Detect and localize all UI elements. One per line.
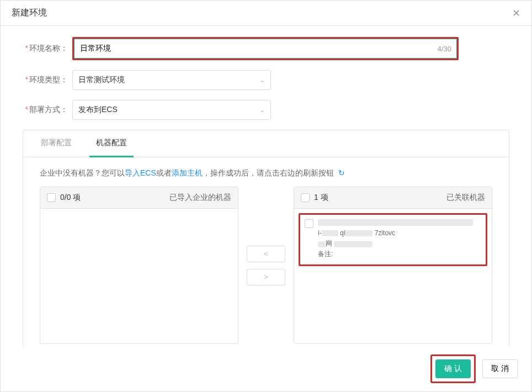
tab-deploy-config[interactable]: 部署配置: [34, 130, 78, 157]
env-type-select[interactable]: 日常测试环境 ⌄: [72, 70, 271, 90]
required-mark: *: [25, 105, 28, 114]
config-tabs: 部署配置 机器配置: [23, 130, 509, 157]
dialog-body: *环境名称： 4/30 *环境类型： 日常测试环境 ⌄ *部署方式： 发布到EC…: [1, 26, 531, 346]
dialog-title: 新建环境: [12, 7, 47, 19]
env-name-label: *环境名称：: [23, 44, 72, 54]
config-section: 部署配置 机器配置 企业中没有机器？您可以导入ECS或者添加主机，操作成功后，请…: [23, 130, 509, 346]
dialog-header: 新建环境 ✕: [1, 1, 531, 26]
redacted-segment: [318, 241, 326, 247]
tab-content-machine: 企业中没有机器？您可以导入ECS或者添加主机，操作成功后，请点击右边的刷新按钮 …: [23, 157, 509, 346]
select-all-right-checkbox[interactable]: [301, 193, 310, 202]
transfer-right-panel: 1 项 已关联机器 i- ql: [294, 187, 492, 344]
chevron-down-icon: ⌄: [259, 106, 265, 114]
env-name-input[interactable]: [74, 39, 457, 59]
char-counter: 4/30: [438, 45, 451, 53]
import-ecs-link[interactable]: 导入ECS: [125, 168, 156, 177]
transfer-left-panel: 0/0 项 已导入企业的机器: [40, 187, 238, 344]
redacted-segment: [334, 241, 373, 247]
redacted-line: [318, 219, 473, 226]
machine-info: i- ql 7zitovc 网 备注:: [318, 219, 481, 260]
machine-id-line: i- ql 7zitovc: [318, 228, 481, 239]
machine-item-highlight[interactable]: i- ql 7zitovc 网 备注:: [299, 213, 487, 266]
transfer-right-count: 1 项: [314, 193, 328, 203]
close-icon[interactable]: ✕: [512, 8, 520, 18]
confirm-button-highlight: 确认: [430, 354, 476, 383]
chevron-right-icon: >: [264, 273, 268, 281]
redacted-segment: [345, 230, 373, 236]
machine-checkbox[interactable]: [305, 219, 313, 228]
transfer-right-header: 1 项 已关联机器: [294, 187, 492, 209]
hint-text: 企业中没有机器？您可以导入ECS或者添加主机，操作成功后，请点击右边的刷新按钮 …: [40, 168, 492, 178]
env-type-label: *环境类型：: [23, 75, 72, 85]
required-mark: *: [25, 75, 28, 84]
move-right-button[interactable]: >: [247, 269, 285, 285]
add-host-link[interactable]: 添加主机: [172, 168, 203, 177]
transfer-left-body: [40, 209, 238, 343]
redacted-segment: [322, 230, 338, 236]
transfer-right-title: 已关联机器: [446, 193, 485, 203]
machine-transfer: 0/0 项 已导入企业的机器 < >: [40, 187, 492, 344]
env-type-row: *环境类型： 日常测试环境 ⌄: [23, 70, 509, 90]
move-left-button[interactable]: <: [247, 246, 285, 262]
deploy-method-row: *部署方式： 发布到ECS ⌄: [23, 100, 509, 120]
deploy-method-select[interactable]: 发布到ECS ⌄: [72, 100, 271, 120]
transfer-left-title: 已导入企业的机器: [169, 193, 231, 203]
transfer-left-count: 0/0 项: [60, 193, 81, 203]
env-type-value: 日常测试环境: [78, 75, 125, 85]
tab-machine-config[interactable]: 机器配置: [89, 130, 134, 157]
cancel-button[interactable]: 取消: [482, 359, 518, 378]
transfer-left-header: 0/0 项 已导入企业的机器: [40, 187, 238, 209]
deploy-method-label: *部署方式：: [23, 105, 72, 115]
deploy-method-value: 发布到ECS: [78, 105, 118, 115]
env-name-row: *环境名称： 4/30: [23, 37, 509, 60]
refresh-icon[interactable]: ↻: [338, 168, 345, 177]
chevron-down-icon: ⌄: [259, 76, 265, 84]
machine-network-line: 网: [318, 239, 481, 249]
confirm-button[interactable]: 确认: [435, 359, 471, 378]
transfer-right-body: i- ql 7zitovc 网 备注:: [294, 209, 492, 343]
transfer-buttons: < >: [247, 246, 285, 285]
required-mark: *: [25, 44, 28, 52]
chevron-left-icon: <: [264, 250, 268, 258]
new-environment-dialog: 新建环境 ✕ *环境名称： 4/30 *环境类型： 日常测试环境 ⌄ *部署方式…: [0, 0, 532, 392]
select-all-left-checkbox[interactable]: [47, 193, 56, 202]
env-name-input-highlight: 4/30: [72, 37, 459, 60]
machine-remark-line: 备注:: [318, 249, 481, 259]
dialog-footer: 确认 取消: [1, 346, 531, 391]
